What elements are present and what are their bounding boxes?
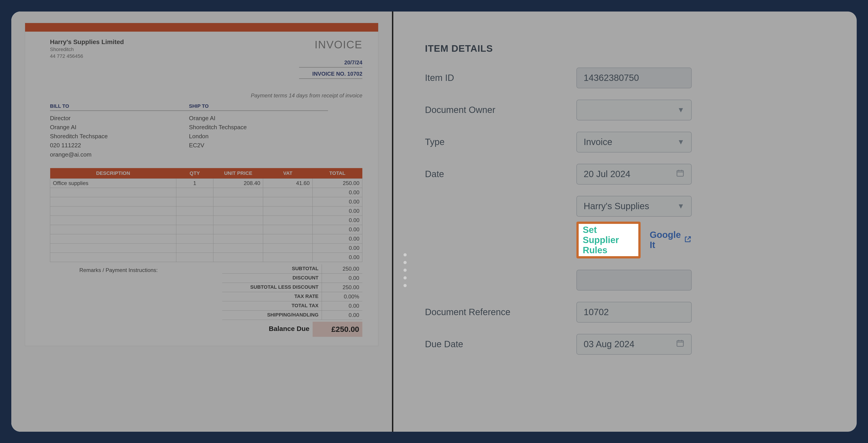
set-supplier-rules-highlight: Set Supplier Rules	[577, 222, 641, 259]
bill-to-line: Orange AI	[50, 123, 189, 132]
bill-to-heading: BILL TO	[50, 103, 189, 111]
calendar-icon	[676, 339, 684, 349]
document-reference-field[interactable]: 10702	[577, 302, 692, 322]
label-document-owner: Document Owner	[425, 105, 577, 115]
label-due-date: Due Date	[425, 339, 577, 349]
google-it-link[interactable]: Google It	[650, 230, 692, 250]
invoice-title: INVOICE	[299, 38, 362, 51]
set-supplier-rules-link[interactable]: Set Supplier Rules	[583, 225, 619, 255]
label-item-id: Item ID	[425, 73, 577, 83]
col-qty: QTY	[176, 168, 213, 179]
payment-terms: Payment terms 14 days from receipt of in…	[50, 92, 362, 99]
bill-to-line: orange@ai.com	[50, 150, 189, 159]
bill-to-line: Director	[50, 114, 189, 123]
table-row: 0.00	[50, 206, 362, 215]
invoice-date: 20/7/24	[299, 58, 362, 68]
due-date-field[interactable]: 03 Aug 2024	[577, 334, 692, 355]
table-row: 0.00	[50, 252, 362, 262]
supplier-select[interactable]: Harry's Supplies ▼	[577, 196, 692, 217]
table-row: Office supplies 1 208.40 41.60 250.00	[50, 178, 362, 188]
balance-due-value: £250.00	[313, 322, 362, 337]
section-title: ITEM DETAILS	[425, 43, 692, 54]
col-unit-price: UNIT PRICE	[213, 168, 263, 179]
type-select[interactable]: Invoice ▼	[577, 132, 692, 152]
supplier-area: Shoreditch	[50, 46, 124, 53]
table-row: 0.00	[50, 188, 362, 197]
supplier-block: Harry's Supplies Limited Shoreditch 44 7…	[50, 38, 124, 79]
chevron-down-icon: ▼	[677, 202, 684, 210]
totals-block: SUBTOTAL250.00 DISCOUNT0.00 SUBTOTAL LES…	[222, 264, 362, 337]
bill-to-line: 020 111222	[50, 141, 189, 150]
col-vat: VAT	[263, 168, 312, 179]
invoice-accent-bar	[25, 23, 378, 32]
ship-to-line: London	[189, 132, 328, 141]
label-document-reference: Document Reference	[425, 307, 577, 317]
ship-to-line: Orange AI	[189, 114, 328, 123]
ship-to-line: EC2V	[189, 141, 328, 150]
remarks-label: Remarks / Payment Instructions:	[50, 264, 222, 337]
item-details-panel: ITEM DETAILS Item ID 14362380750 Documen…	[393, 11, 723, 432]
table-row: 0.00	[50, 225, 362, 234]
date-field[interactable]: 20 Jul 2024	[577, 164, 692, 184]
invoice-document: Harry's Supplies Limited Shoreditch 44 7…	[25, 23, 378, 346]
bill-to-line: Shoreditch Techspace	[50, 132, 189, 141]
svg-rect-1	[677, 341, 684, 346]
tour-step-dots	[403, 253, 407, 287]
document-owner-select[interactable]: ▼	[577, 100, 692, 121]
invoice-preview-pane: Harry's Supplies Limited Shoreditch 44 7…	[11, 11, 393, 432]
col-total: TOTAL	[312, 168, 362, 179]
col-description: DESCRIPTION	[50, 168, 176, 179]
invoice-number: INVOICE NO. 10702	[299, 69, 362, 79]
svg-rect-0	[677, 171, 684, 176]
item-id-field: 14362380750	[577, 68, 692, 88]
label-date: Date	[425, 169, 577, 179]
label-type: Type	[425, 137, 577, 147]
ship-to-heading: SHIP TO	[189, 103, 328, 111]
table-row: 0.00	[50, 243, 362, 252]
line-items-table: DESCRIPTION QTY UNIT PRICE VAT TOTAL Off…	[50, 168, 362, 262]
supplier-name: Harry's Supplies Limited	[50, 38, 124, 46]
supplier-phone: 44 772 456456	[50, 53, 124, 59]
chevron-down-icon: ▼	[677, 138, 684, 146]
balance-due-label: Balance Due	[222, 322, 313, 337]
supplier-extra-field[interactable]	[577, 270, 692, 291]
calendar-icon	[676, 169, 684, 179]
table-row: 0.00	[50, 215, 362, 225]
table-row: 0.00	[50, 234, 362, 243]
external-link-icon	[684, 235, 692, 245]
ship-to-line: Shoreditch Techspace	[189, 123, 328, 132]
table-row: 0.00	[50, 197, 362, 206]
chevron-down-icon: ▼	[677, 106, 684, 114]
